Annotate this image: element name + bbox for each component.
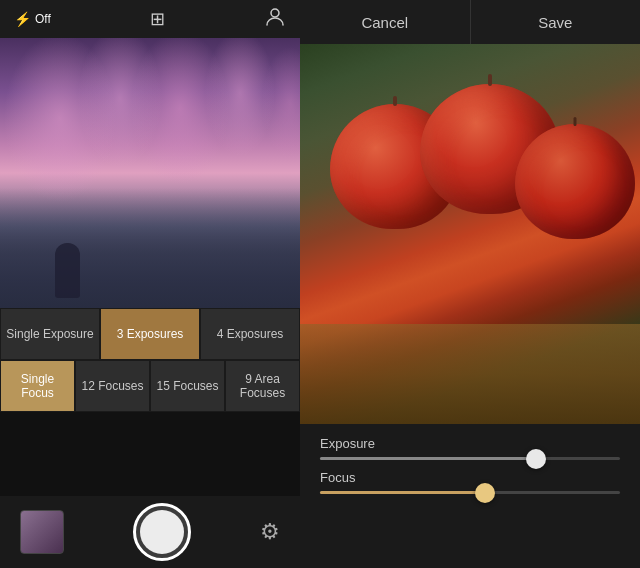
- cancel-button[interactable]: Cancel: [300, 0, 471, 44]
- focus-fill: [320, 491, 485, 494]
- exposure-thumb[interactable]: [526, 449, 546, 469]
- settings-icon[interactable]: ⚙: [260, 519, 280, 545]
- exposure-track[interactable]: [320, 457, 620, 460]
- focus-slider-row: Focus: [320, 470, 620, 494]
- save-button[interactable]: Save: [471, 0, 641, 44]
- exposure-fill: [320, 457, 536, 460]
- road-overlay: [0, 188, 300, 308]
- edit-panel: Cancel Save Exposure Focus: [300, 0, 640, 568]
- apple-3: [515, 124, 635, 239]
- exposure-slider-row: Exposure: [320, 436, 620, 460]
- apple-preview: [300, 44, 640, 424]
- flash-icon: ⚡: [14, 11, 31, 27]
- focus-label: Focus: [320, 470, 620, 485]
- sliders-area: Exposure Focus: [300, 424, 640, 568]
- focus-thumb[interactable]: [475, 483, 495, 503]
- three-exposures-button[interactable]: 3 Exposures: [100, 308, 200, 360]
- edit-top-bar: Cancel Save: [300, 0, 640, 44]
- nine-area-focuses-button[interactable]: 9 Area Focuses: [225, 360, 300, 412]
- person-silhouette: [55, 243, 80, 298]
- camera-top-bar: ⚡ Off ⊞: [0, 0, 300, 38]
- exposure-row: Single Exposure 3 Exposures 4 Exposures: [0, 308, 300, 360]
- focus-row: Single Focus 12 Focuses 15 Focuses 9 Are…: [0, 360, 300, 412]
- shutter-inner: [140, 510, 184, 554]
- focus-track[interactable]: [320, 491, 620, 494]
- mode-grid: Single Exposure 3 Exposures 4 Exposures …: [0, 308, 300, 412]
- exposure-label: Exposure: [320, 436, 620, 451]
- svg-point-0: [271, 9, 279, 17]
- shutter-button[interactable]: [133, 503, 191, 561]
- four-exposures-button[interactable]: 4 Exposures: [200, 308, 300, 360]
- camera-panel: ⚡ Off ⊞ Single Exposure 3 Exposures 4 Ex…: [0, 0, 300, 568]
- camera-bottom-controls: ⚙: [0, 496, 300, 568]
- portrait-icon[interactable]: [264, 6, 286, 33]
- grid-icon[interactable]: ⊞: [150, 8, 165, 30]
- thumbnail[interactable]: [20, 510, 64, 554]
- fifteen-focuses-button[interactable]: 15 Focuses: [150, 360, 225, 412]
- camera-preview: [0, 38, 300, 308]
- single-focus-button[interactable]: Single Focus: [0, 360, 75, 412]
- twelve-focuses-button[interactable]: 12 Focuses: [75, 360, 150, 412]
- single-exposure-button[interactable]: Single Exposure: [0, 308, 100, 360]
- flash-button[interactable]: ⚡ Off: [14, 11, 51, 27]
- table-surface: [300, 324, 640, 424]
- flash-label: Off: [35, 12, 51, 26]
